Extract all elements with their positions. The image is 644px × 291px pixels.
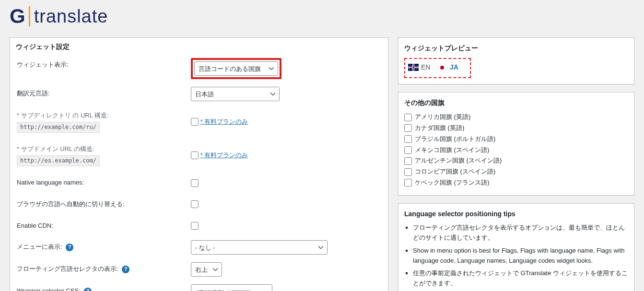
widget-settings-panel: ウィジェット設定 ウィジェット表示: 言語コードのある国旗 — [10, 37, 388, 291]
subdom-label: * サブドメイン URL の構造: — [17, 145, 94, 152]
widget-look-label: ウィジェット表示: — [16, 54, 186, 83]
preview-highlight: EN JA — [404, 58, 471, 78]
tip-item: Show in menu option is best for Flags, F… — [413, 246, 628, 266]
alt-flag-label: メキシコ国旗 (スペイン語) — [415, 145, 489, 155]
cdn-checkbox[interactable] — [191, 222, 199, 230]
subdir-paid-link[interactable]: * 有料プランのみ — [200, 118, 248, 125]
floating-label: フローティング言語セレクタの表示: — [17, 265, 118, 272]
logo-text: translate — [34, 6, 108, 27]
alt-flag-checkbox[interactable] — [404, 157, 412, 165]
alt-flag-checkbox[interactable] — [404, 114, 412, 121]
subdom-paid-link[interactable]: * 有料プランのみ — [200, 151, 248, 159]
widget-settings-title: ウィジェット設定 — [16, 43, 382, 51]
widget-preview-panel: ウィジェットプレビュー EN JA — [398, 37, 634, 84]
source-lang-label: 翻訳元言語: — [16, 83, 186, 105]
tips-title: Language selector positioning tips — [404, 209, 628, 219]
alt-flag-label: アルゼンチン国旗 (スペイン語) — [415, 156, 502, 166]
preview-lang-ja[interactable]: JA — [437, 62, 458, 72]
menu-select[interactable]: - なし - — [191, 240, 328, 255]
browser-label: ブラウザの言語へ自動的に切り替える: — [16, 194, 186, 215]
alt-flag-label: ブラジル国旗 (ポルトガル語) — [415, 134, 495, 144]
tip-item: 任意の事前定義されたウィジェットで GTranslate ウィジェットを使用する… — [413, 268, 628, 289]
tip-item: フローティング言語セレクタを表示するオプションは、最も簡単で、ほとんどのサイトに… — [413, 223, 628, 243]
alt-flag-checkbox[interactable] — [404, 135, 412, 143]
alt-flags-panel: その他の国旗 アメリカ国旗 (英語) カナダ国旗 (英語) ブラジル国旗 (ポル… — [398, 92, 634, 196]
subdir-url: http://example.com/ru/ — [17, 122, 100, 133]
preview-title: ウィジェットプレビュー — [404, 43, 628, 53]
jp-flag-icon — [437, 64, 447, 71]
alt-flag-label: アメリカ国旗 (英語) — [415, 112, 470, 122]
subdir-checkbox[interactable] — [191, 118, 199, 126]
browser-checkbox[interactable] — [191, 200, 199, 208]
alt-flags-list: アメリカ国旗 (英語) カナダ国旗 (英語) ブラジル国旗 (ポルトガル語) メ… — [404, 112, 628, 188]
subdom-url: http://es.example.com/ — [17, 155, 100, 166]
css-input[interactable] — [191, 284, 272, 291]
alt-flag-label: カナダ国旗 (英語) — [415, 123, 464, 133]
tips-panel: Language selector positioning tips フローティ… — [398, 203, 634, 291]
alt-flags-title: その他の国旗 — [404, 97, 628, 108]
native-label: Native language names: — [16, 172, 186, 194]
alt-flag-label: コロンビア国旗 (スペイン語) — [415, 167, 495, 177]
logo-divider — [29, 6, 30, 26]
native-checkbox[interactable] — [191, 179, 199, 187]
preview-en-code: EN — [421, 62, 430, 72]
menu-label: メニューに表示: — [17, 243, 62, 250]
subdir-label: * サブディレクトリ の URL 構造: — [17, 112, 109, 119]
logo: G translate — [10, 5, 634, 28]
alt-flag-checkbox[interactable] — [404, 168, 412, 176]
help-icon[interactable]: ? — [122, 266, 129, 273]
uk-flag-icon — [408, 64, 419, 71]
alt-flag-label: ケベック国旗 (フランス語) — [415, 178, 489, 188]
subdom-checkbox[interactable] — [191, 151, 199, 159]
alt-flag-checkbox[interactable] — [404, 146, 412, 154]
widget-look-select[interactable]: 言語コードのある国旗 — [194, 61, 278, 76]
preview-ja-code: JA — [450, 62, 458, 72]
widget-look-highlight: 言語コードのある国旗 — [191, 58, 281, 79]
css-label: Wrapper selector CSS: — [17, 287, 81, 291]
help-icon[interactable]: ? — [66, 244, 73, 251]
logo-g: G — [10, 5, 25, 28]
tips-list: フローティング言語セレクタを表示するオプションは、最も簡単で、ほとんどのサイトに… — [404, 223, 628, 289]
alt-flag-checkbox[interactable] — [404, 179, 412, 186]
help-icon[interactable]: ? — [84, 288, 92, 291]
alt-flag-checkbox[interactable] — [404, 124, 412, 132]
preview-lang-en[interactable]: EN — [408, 62, 430, 72]
source-lang-select[interactable]: 日本語 — [191, 87, 280, 101]
cdn-label: Enable CDN: — [16, 215, 186, 237]
floating-select[interactable]: 右上 — [191, 262, 222, 277]
